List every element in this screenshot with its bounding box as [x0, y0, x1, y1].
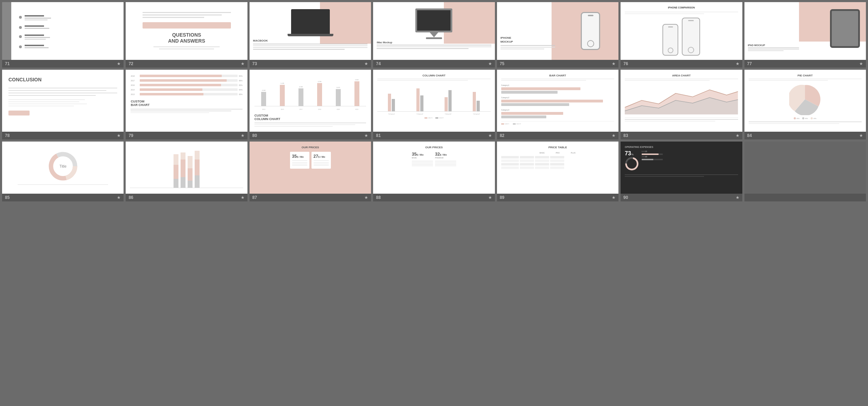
slide-89-star: ★ [612, 195, 616, 200]
slide-90-title: OPERATING EXPENSES [625, 146, 738, 148]
slide-83-thumb: AREA CHART [621, 70, 742, 132]
slide-88-tier2: PREMIUM [435, 157, 456, 159]
slide-75-number: 75 [500, 61, 504, 66]
slide-86-number: 86 [128, 195, 133, 200]
slide-72-thumb: QUESTIONS AND ANSWERS [126, 2, 247, 60]
slide-88-footer: 88 ★ [373, 194, 495, 201]
slide-88-title: OUR PRICES [377, 146, 490, 149]
slide-80-title: CUSTOMCOLUMN CHART [254, 114, 366, 121]
slide-84-star: ★ [859, 133, 863, 138]
slide-75-card[interactable]: IPHONEMOCKUP 75 ★ [497, 2, 618, 68]
slide-74-title: iMac Mockup [377, 41, 491, 44]
slide-87-title: OUR PRICES [254, 146, 367, 149]
slide-73-star: ★ [364, 61, 368, 66]
slide-79-footer: 79 ★ [126, 132, 247, 139]
area-chart-svg [625, 83, 738, 114]
slide-85-number: 85 [5, 195, 10, 200]
slide-85-star: ★ [117, 195, 121, 200]
slide-75-thumb: IPHONEMOCKUP [497, 2, 618, 60]
slide-74-thumb: iMac Mockup [373, 2, 495, 60]
slide-81-card[interactable]: COLUMN CHART [373, 70, 495, 139]
slide-88-number: 88 [376, 195, 380, 200]
slide-85-thumb: Title [2, 142, 124, 194]
slide-85-footer: 85 ★ [2, 194, 124, 201]
slide-88-card[interactable]: OUR PRICES 35$ / Mo BASIC 32$ / Mo PREMI… [373, 142, 495, 201]
slide-empty-footer [744, 194, 866, 201]
slide-84-card[interactable]: PIE CHART 45% 30% 25% [744, 70, 866, 139]
slide-71-footer: 71 ★ [2, 60, 124, 68]
slide-90-number: 90 [623, 195, 628, 200]
slide-78-title: CONCLUSION [8, 77, 117, 83]
slide-71-number: 71 [5, 61, 10, 66]
slide-71-card[interactable]: 71 ★ [2, 2, 124, 68]
slide-83-card[interactable]: AREA CHART 83 ★ [621, 70, 742, 139]
slide-90-star: ★ [736, 195, 740, 200]
slide-87-price1: 35$ / Mo [292, 154, 307, 159]
row-top: 71 ★ QUESTIONS AND ANSWERS 7 [0, 0, 868, 68]
slide-88-star: ★ [488, 195, 492, 200]
slide-72-card[interactable]: QUESTIONS AND ANSWERS 72 ★ [126, 2, 247, 68]
slide-77-title: IPAD MOCKUP [748, 44, 799, 46]
slide-87-card[interactable]: OUR PRICES 35$ / Mo 27$ / Mo [250, 142, 371, 201]
slide-83-number: 83 [623, 133, 628, 138]
slide-80-footer: 80 ★ [250, 132, 371, 139]
slide-86-star: ★ [241, 195, 245, 200]
slide-77-star: ★ [859, 61, 863, 66]
slide-78-card[interactable]: CONCLUSION 78 ★ [2, 70, 124, 139]
slide-73-thumb: MACBOOK [250, 2, 371, 60]
gauge-svg [625, 157, 639, 171]
row-mid: CONCLUSION 78 ★ [0, 68, 868, 139]
slide-80-star: ★ [364, 133, 368, 138]
slide-empty-card [744, 142, 866, 201]
slide-80-thumb: 4,344 5,120 3,990 4,780 [250, 70, 371, 132]
slide-90-footer: 90 ★ [621, 194, 742, 201]
slide-81-title: COLUMN CHART [377, 74, 490, 77]
slide-79-title: CUSTOMBAR CHART [131, 100, 242, 107]
slide-74-number: 74 [376, 61, 380, 66]
slide-82-star: ★ [612, 133, 616, 138]
slide-82-card[interactable]: BAR CHART Category1 Category2 Category3 [497, 70, 618, 139]
slide-79-thumb: 2018 84% 2017 89% 2016 [126, 70, 247, 132]
slide-90-card[interactable]: OPERATING EXPENSES 73% 6.4 GB 3.5 MB [621, 142, 742, 201]
slide-85-card[interactable]: Title 85 ★ [2, 142, 124, 201]
slide-77-thumb: IPAD MOCKUP [744, 2, 866, 60]
slide-90-thumb: OPERATING EXPENSES 73% 6.4 GB 3.5 MB [621, 142, 742, 194]
slide-86-footer: 86 ★ [126, 194, 247, 201]
slide-87-price2: 27$ / Mo [314, 154, 329, 159]
slide-78-footer: 78 ★ [2, 132, 124, 139]
slide-82-footer: 82 ★ [497, 132, 618, 139]
slide-71-thumb [2, 2, 124, 60]
slide-74-star: ★ [488, 61, 492, 66]
slide-73-card[interactable]: MACBOOK 73 ★ [250, 2, 371, 68]
slide-76-title: IPHONE COMPARISON [625, 6, 738, 9]
slide-86-card[interactable]: 86 ★ [126, 142, 247, 201]
slide-76-footer: 76 ★ [621, 60, 742, 68]
slide-87-number: 87 [252, 195, 257, 200]
slide-89-number: 89 [500, 195, 504, 200]
slide-72-title: QUESTIONS [168, 32, 205, 38]
slide-72-star: ★ [241, 61, 245, 66]
donut-chart-svg: Title [47, 150, 79, 182]
slide-75-title: IPHONEMOCKUP [501, 36, 555, 44]
slide-77-card[interactable]: IPAD MOCKUP 77 ★ [744, 2, 866, 68]
slide-79-card[interactable]: 2018 84% 2017 89% 2016 [126, 70, 247, 139]
slide-74-card[interactable]: iMac Mockup 74 ★ [373, 2, 495, 68]
slide-88-thumb: OUR PRICES 35$ / Mo BASIC 32$ / Mo PREMI… [373, 142, 495, 194]
slide-77-footer: 77 ★ [744, 60, 866, 68]
slide-76-card[interactable]: IPHONE COMPARISON 76 ★ [621, 2, 742, 68]
slide-76-number: 76 [623, 61, 628, 66]
slide-72-number: 72 [128, 61, 133, 66]
slide-81-star: ★ [488, 133, 492, 138]
slide-76-thumb: IPHONE COMPARISON [621, 2, 742, 60]
slide-81-footer: 81 ★ [373, 132, 495, 139]
slide-80-card[interactable]: 4,344 5,120 3,990 4,780 [250, 70, 371, 139]
slide-88-tier1: BASIC [412, 157, 433, 159]
slide-89-title: PRICE TABLE [501, 146, 614, 149]
slide-74-footer: 74 ★ [373, 60, 495, 68]
slide-89-card[interactable]: PRICE TABLE BASIC PRO PLUS [497, 142, 618, 201]
slide-78-number: 78 [5, 133, 10, 138]
slide-82-number: 82 [500, 133, 504, 138]
slide-73-number: 73 [252, 61, 257, 66]
slide-87-star: ★ [364, 195, 368, 200]
slide-78-star: ★ [117, 133, 121, 138]
